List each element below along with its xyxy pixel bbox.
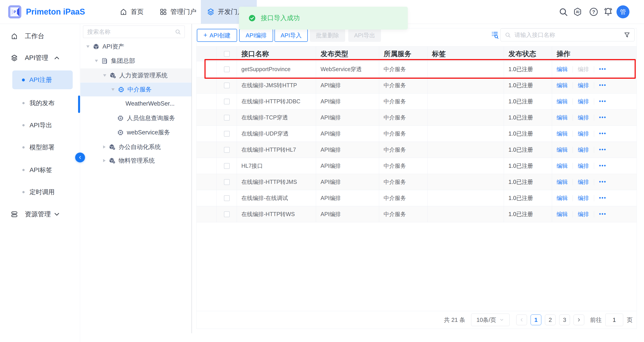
row-checkbox[interactable] [224,131,230,137]
goto-page-input[interactable] [605,314,623,326]
caret-down-icon[interactable] [112,88,114,91]
more-actions-link[interactable]: ••• [599,147,606,153]
more-actions-link[interactable]: ••• [599,211,606,217]
orchestrate-link[interactable]: 编排 [578,98,589,105]
edit-link[interactable]: 编辑 [556,98,568,105]
caret-down-icon[interactable] [103,74,106,77]
page-number-button-3[interactable]: 3 [559,314,570,325]
orchestrate-link[interactable]: 编排 [578,162,589,170]
row-expand-cell[interactable] [196,110,217,126]
tree-node-5[interactable]: WeatherWebSer... [80,97,192,110]
edit-link[interactable]: 编辑 [556,210,568,218]
row-expand-cell[interactable] [196,206,217,222]
caret-right-icon[interactable] [103,159,106,162]
search-icon[interactable] [558,7,568,17]
row-checkbox[interactable] [224,115,230,120]
toolbar-button-4-disabled[interactable]: 批量删除 [310,29,345,42]
ai-assistant-icon[interactable]: AI [573,7,582,17]
row-expand-cell[interactable] [196,94,217,110]
tree-node-1[interactable]: API资产 [80,40,192,54]
more-actions-link[interactable]: ••• [599,163,606,169]
sidebar-subitem-1-active[interactable]: API注册 [12,70,73,89]
more-actions-link[interactable]: ••• [599,195,606,201]
orchestrate-link[interactable]: 编排 [578,66,589,73]
row-expand-cell[interactable] [196,158,217,174]
edit-link[interactable]: 编辑 [556,194,568,202]
tree-node-6[interactable]: 人员信息查询服务 [80,111,192,125]
help-icon[interactable]: ? [589,7,598,17]
toolbar-button-3[interactable]: API导入 [274,29,308,42]
orchestrate-link[interactable]: 编排 [578,194,589,202]
more-actions-link[interactable]: ••• [599,114,606,120]
orchestrate-link[interactable]: 编排 [578,130,589,137]
tree-node-7[interactable]: webService服务 [80,126,192,139]
sidebar-subitem-4[interactable]: 模型部署 [12,138,73,157]
more-actions-link[interactable]: ••• [599,98,606,104]
more-actions-link[interactable]: ••• [599,82,606,88]
row-expand-cell[interactable] [196,126,217,142]
tree-node-8[interactable]: 办公自动化系统 [80,140,192,154]
toolbar-button-1[interactable]: +API创建 [197,29,237,42]
brand[interactable]: P Primeton iPaaS [8,0,85,24]
row-checkbox[interactable] [224,163,230,169]
page-number-button-2[interactable]: 2 [545,314,556,325]
row-expand-cell[interactable] [196,142,217,158]
caret-down-icon[interactable] [95,60,98,62]
caret-right-icon[interactable] [103,146,106,148]
select-all-checkbox[interactable] [224,51,230,57]
row-expand-cell[interactable] [196,78,217,94]
caret-down-icon[interactable] [86,46,90,48]
tree-search-input[interactable] [87,28,175,36]
nav-item-admin-portal[interactable]: 管理门户 [159,0,196,24]
row-expand-cell[interactable] [196,174,217,190]
more-actions-link[interactable]: ••• [599,66,606,72]
row-checkbox[interactable] [224,179,230,185]
edit-link[interactable]: 编辑 [556,114,568,121]
edit-link[interactable]: 编辑 [556,162,568,170]
sidebar-item-workbench[interactable]: 工作台 [0,28,80,44]
tree-node-3[interactable]: 人力资源管理系统 [80,68,192,82]
more-actions-link[interactable]: ••• [599,131,606,137]
sidebar-subitem-5[interactable]: API标签 [12,160,73,180]
orchestrate-link[interactable]: 编排 [578,146,589,154]
edit-link[interactable]: 编辑 [556,178,568,186]
page-size-select[interactable]: 10条/页 [471,314,510,326]
panel-divider[interactable] [192,24,192,333]
row-checkbox[interactable] [224,211,230,217]
collapse-panel-button[interactable] [75,152,85,162]
row-checkbox[interactable] [224,195,230,201]
row-expand-cell[interactable] [196,190,217,206]
page-number-button-1-current[interactable]: 1 [530,314,541,325]
orchestrate-link[interactable]: 编排 [578,114,589,121]
sidebar-subitem-6[interactable]: 定时调用 [12,183,73,202]
next-page-button[interactable] [574,314,584,325]
toolbar-button-2[interactable]: API编排 [239,29,273,42]
api-search-input[interactable] [514,31,624,39]
api-doc-search-icon[interactable] [491,31,499,39]
tree-node-9[interactable]: 物料管理系统 [80,154,192,168]
orchestrate-link[interactable]: 编排 [578,82,589,89]
avatar[interactable]: 管 [616,5,630,18]
edit-link[interactable]: 编辑 [556,146,568,154]
sidebar-subitem-2[interactable]: 我的发布 [12,94,73,112]
orchestrate-link[interactable]: 编排 [578,178,589,186]
prev-page-button[interactable] [516,314,527,325]
edit-link[interactable]: 编辑 [556,82,568,89]
edit-link[interactable]: 编辑 [556,66,568,73]
tree-node-2[interactable]: 集团总部 [80,54,192,68]
sidebar-item-resource-management[interactable]: 资源管理 [0,206,80,222]
filter-funnel-icon[interactable] [624,32,630,38]
edit-link[interactable]: 编辑 [556,130,568,137]
sidebar-subitem-3[interactable]: API导出 [12,116,73,135]
nav-item-home[interactable]: 首页 [120,0,144,24]
orchestrate-link[interactable]: 编排 [578,210,589,218]
row-checkbox[interactable] [224,66,230,72]
row-checkbox[interactable] [224,82,230,88]
row-checkbox[interactable] [224,147,230,153]
notifications-bell-icon[interactable] [603,7,613,17]
more-actions-link[interactable]: ••• [599,179,606,185]
tree-node-4-selected[interactable]: 中介服务 [80,82,192,96]
row-checkbox[interactable] [224,99,230,104]
row-expand-cell[interactable] [196,61,217,78]
sidebar-item-api-management[interactable]: API管理 [0,50,80,66]
